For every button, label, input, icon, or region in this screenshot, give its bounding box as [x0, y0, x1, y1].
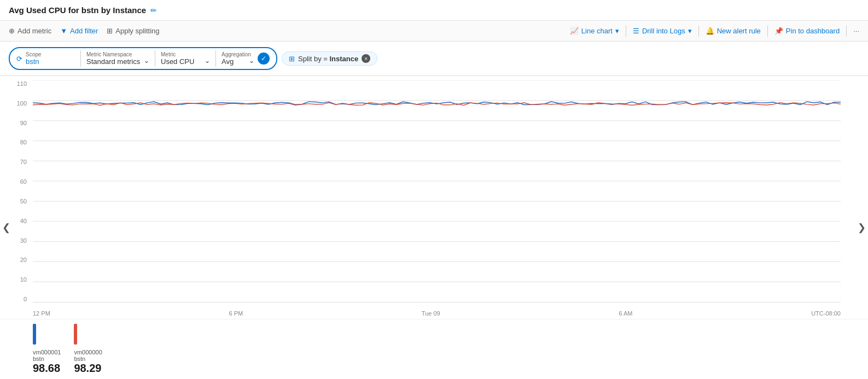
drill-logs-button[interactable]: ☰ Drill into Logs ▾ — [633, 27, 692, 35]
metric-config-row: ⟳ Scope Metric Namespace Standard metric… — [0, 42, 868, 76]
x-label-12pm: 12 PM — [33, 310, 50, 317]
x-label-tz: UTC-08:00 — [811, 310, 841, 317]
apply-splitting-button[interactable]: ⊞ Apply splitting — [107, 27, 159, 35]
legend-sub-1: bstn — [74, 355, 102, 362]
x-axis: 12 PM 6 PM Tue 09 6 AM UTC-08:00 — [33, 310, 841, 317]
legend-color-bar-1 — [74, 324, 77, 345]
config-separator-1 — [80, 50, 81, 67]
legend-name-0: vm000001 — [33, 349, 61, 355]
y-label-90: 90 — [3, 120, 27, 126]
y-label-60: 60 — [3, 178, 27, 185]
apply-splitting-label: Apply splitting — [115, 27, 159, 35]
more-options-button[interactable]: ··· — [853, 27, 859, 35]
chart-plot — [33, 80, 841, 302]
legend-value-1: 98.29 — [74, 362, 102, 375]
legend-item-0: vm000001 bstn 98.68 — [33, 324, 61, 375]
toolbar: ⊕ Add metric ▼ Add filter ⊞ Apply splitt… — [0, 21, 868, 42]
scope-section: Scope — [26, 51, 75, 66]
split-by-pill[interactable]: ⊞ Split by = Instance × — [282, 51, 377, 66]
split-close-icon: × — [364, 56, 368, 62]
y-label-70: 70 — [3, 159, 27, 165]
toolbar-divider-3 — [767, 26, 768, 37]
namespace-dropdown[interactable]: Standard metrics — [86, 57, 149, 66]
new-alert-label: New alert rule — [717, 27, 761, 35]
y-label-0: 0 — [3, 296, 27, 302]
title-bar: Avg Used CPU for bstn by Instance ✏ — [0, 0, 868, 21]
check-icon: ✓ — [261, 55, 266, 62]
x-label-6pm: 6 PM — [229, 310, 243, 317]
add-metric-button[interactable]: ⊕ Add metric — [9, 27, 51, 35]
pin-dashboard-button[interactable]: 📌 Pin to dashboard — [774, 27, 840, 35]
metric-dropdown[interactable]: Used CPU — [161, 57, 210, 66]
y-label-110: 110 — [3, 80, 27, 87]
more-icon: ··· — [853, 27, 859, 35]
config-separator-3 — [215, 50, 216, 67]
chart-prev-button[interactable]: ❮ — [2, 221, 10, 234]
y-label-50: 50 — [3, 198, 27, 205]
aggregation-dropdown[interactable]: Avg — [222, 57, 254, 66]
y-label-30: 30 — [3, 237, 27, 244]
scope-label: Scope — [26, 51, 75, 57]
metric-query-box: ⟳ Scope Metric Namespace Standard metric… — [9, 47, 277, 70]
legend-name-1: vm000000 — [74, 349, 102, 355]
line-chart-chevron-icon: ▾ — [615, 27, 619, 35]
y-label-80: 80 — [3, 139, 27, 145]
x-label-6am: 6 AM — [619, 310, 632, 317]
pin-label: Pin to dashboard — [786, 27, 840, 35]
x-label-tue09: Tue 09 — [422, 310, 440, 317]
toolbar-left: ⊕ Add metric ▼ Add filter ⊞ Apply splitt… — [9, 27, 559, 35]
metric-dropdown-wrapper: Metric Used CPU — [161, 51, 210, 66]
legend-labels-0: vm000001 bstn 98.68 — [33, 349, 61, 375]
toolbar-right: 📈 Line chart ▾ ☰ Drill into Logs ▾ 🔔 New… — [570, 26, 859, 37]
add-metric-label: Add metric — [18, 27, 51, 35]
chart-area: ❮ ❯ 110 100 90 80 70 60 50 40 30 20 10 0 — [0, 76, 868, 379]
drill-logs-label: Drill into Logs — [642, 27, 685, 35]
line-chart-icon: 📈 — [570, 27, 579, 35]
apply-metric-button[interactable]: ✓ — [258, 53, 270, 65]
y-label-100: 100 — [3, 100, 27, 107]
add-filter-icon: ▼ — [60, 27, 67, 35]
page-title: Avg Used CPU for bstn by Instance — [9, 5, 146, 15]
page-wrapper: Avg Used CPU for bstn by Instance ✏ ⊕ Ad… — [0, 0, 868, 379]
toolbar-divider-2 — [698, 26, 699, 37]
new-alert-icon: 🔔 — [706, 27, 714, 35]
split-icon: ⊞ — [289, 55, 295, 63]
legend-item-1: vm000000 bstn 98.29 — [74, 324, 102, 375]
split-by-text: Split by = Instance — [298, 55, 358, 63]
drill-logs-icon: ☰ — [633, 27, 639, 35]
new-alert-button[interactable]: 🔔 New alert rule — [706, 27, 761, 35]
chart-next-button[interactable]: ❯ — [858, 221, 866, 234]
y-label-10: 10 — [3, 276, 27, 283]
legend-labels-1: vm000000 bstn 98.29 — [74, 349, 102, 375]
namespace-dropdown-wrapper: Metric Namespace Standard metrics — [86, 51, 149, 66]
toolbar-divider-1 — [626, 26, 626, 37]
y-axis: 110 100 90 80 70 60 50 40 30 20 10 0 — [3, 80, 30, 302]
pin-icon: 📌 — [774, 27, 783, 35]
metric-query-icon: ⟳ — [16, 55, 22, 63]
split-value: Instance — [329, 55, 358, 63]
split-remove-button[interactable]: × — [362, 54, 370, 63]
add-filter-button[interactable]: ▼ Add filter — [60, 27, 98, 35]
config-separator-2 — [155, 50, 155, 67]
add-filter-label: Add filter — [70, 27, 98, 35]
namespace-label: Metric Namespace — [86, 51, 149, 57]
legend-value-0: 98.68 — [33, 362, 61, 375]
line-chart-button[interactable]: 📈 Line chart ▾ — [570, 27, 619, 35]
edit-title-icon[interactable]: ✏ — [150, 6, 157, 15]
legend-sub-0: bstn — [33, 355, 61, 362]
aggregation-label: Aggregation — [222, 51, 254, 57]
add-metric-icon: ⊕ — [9, 27, 15, 35]
apply-splitting-icon: ⊞ — [107, 27, 113, 35]
aggregation-dropdown-wrapper: Aggregation Avg — [222, 51, 254, 66]
drill-logs-chevron-icon: ▾ — [688, 27, 692, 35]
metric-label: Metric — [161, 51, 210, 57]
line-chart-label: Line chart — [581, 27, 613, 35]
chart-legend: vm000001 bstn 98.68 vm000000 bstn 98.29 — [0, 319, 868, 379]
toolbar-divider-4 — [846, 26, 847, 37]
scope-input[interactable] — [26, 57, 75, 66]
grid-svg — [33, 80, 841, 302]
y-label-20: 20 — [3, 256, 27, 263]
legend-color-bar-0 — [33, 324, 36, 345]
